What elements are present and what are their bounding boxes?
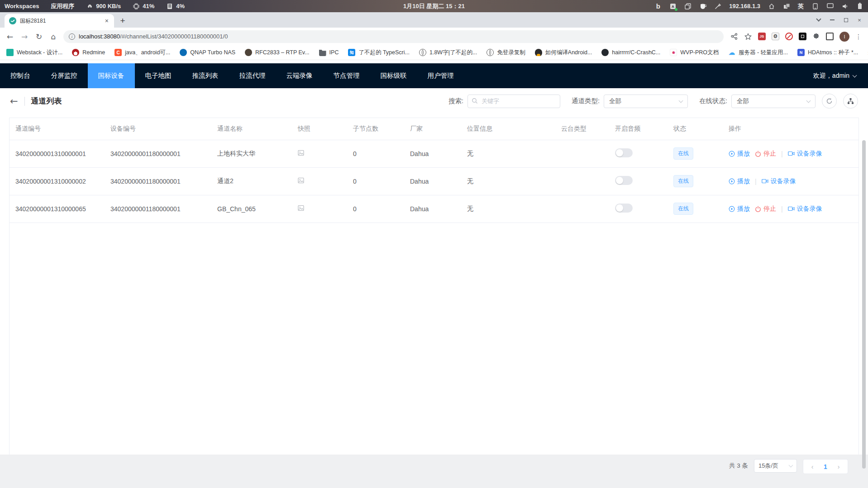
bookmark-item-4[interactable]: RFC2833 – RTP Ev...	[245, 49, 310, 56]
back-button[interactable]: ←	[10, 96, 18, 107]
bookmark-item-1[interactable]: Redmine	[72, 49, 105, 56]
table-row: 34020000001310000001 3402000000118000000…	[10, 140, 858, 167]
clipboard-icon[interactable]	[684, 3, 692, 10]
bookmark-item-6[interactable]: 知了不起的 TypeScri...	[348, 49, 410, 57]
audio-toggle[interactable]	[615, 176, 633, 185]
bookmark-item-2[interactable]: Cjava、android可...	[114, 49, 170, 57]
share-icon[interactable]	[730, 33, 738, 41]
channel-name-cell: GB_Chn_065	[211, 195, 292, 223]
coffee-icon[interactable]	[699, 3, 706, 10]
nav-item-3[interactable]: 电子地图	[135, 63, 182, 88]
extension-proxy-icon[interactable]: ʘ	[772, 33, 779, 40]
record-action-link[interactable]: 设备录像	[762, 177, 796, 185]
nav-item-8[interactable]: 国标级联	[370, 63, 417, 88]
search-icon	[472, 98, 478, 106]
extension-js-icon[interactable]: JS	[758, 33, 766, 40]
clock[interactable]: 1月10日 星期二 15：21	[403, 2, 465, 10]
display-icon[interactable]	[826, 3, 834, 10]
record-action-link[interactable]: 设备录像	[788, 205, 822, 213]
new-tab-button[interactable]: +	[117, 15, 129, 27]
tab-close-icon[interactable]: ×	[104, 17, 110, 24]
battery-icon[interactable]	[856, 3, 863, 10]
tab-title: 国标28181	[20, 17, 100, 25]
nav-item-5[interactable]: 拉流代理	[229, 63, 276, 88]
notes-app-icon[interactable]: A	[669, 3, 677, 10]
play-action-link[interactable]: 播放	[729, 177, 750, 185]
nav-item-1[interactable]: 分屏监控	[41, 63, 88, 88]
extension-blocker-icon[interactable]	[785, 33, 793, 40]
bookmark-item-3[interactable]: QNAP Turbo NAS	[180, 49, 235, 56]
table-scrollbar[interactable]	[862, 140, 866, 469]
prev-page-button[interactable]: ‹	[806, 463, 819, 470]
extension-window-icon[interactable]	[826, 33, 834, 40]
page-size-select[interactable]: 15条/页	[754, 459, 797, 473]
audio-toggle[interactable]	[615, 204, 633, 213]
bookmark-item-12[interactable]: ☁服务器 - 轻量应用...	[728, 49, 788, 57]
home-icon[interactable]	[768, 3, 775, 10]
bookmark-item-8[interactable]: 免登录复制	[486, 49, 525, 57]
volume-icon[interactable]	[841, 3, 849, 10]
nav-item-0[interactable]: 控制台	[0, 63, 41, 88]
bookmark-item-5[interactable]: IPC	[319, 49, 339, 56]
snapshot-icon[interactable]	[298, 177, 304, 184]
channel-type-select[interactable]: 全部	[604, 95, 688, 108]
tool-icon[interactable]	[714, 3, 721, 10]
browser-home-icon[interactable]: ⌂	[47, 30, 60, 43]
bookmark-item-0[interactable]: Webstack - 设计...	[6, 49, 62, 57]
bing-icon[interactable]: b	[654, 3, 662, 10]
browser-menu-icon[interactable]: ⋮	[855, 33, 862, 40]
forward-icon[interactable]: →	[18, 30, 31, 43]
snapshot-icon[interactable]	[298, 150, 304, 156]
snapshot-icon[interactable]	[298, 205, 304, 211]
stop-action-link[interactable]: 停止	[755, 150, 776, 158]
search-input[interactable]	[467, 95, 560, 108]
stop-action-link[interactable]: 停止	[755, 205, 776, 213]
bookmark-item-9[interactable]: 如何编译Android...	[535, 49, 592, 57]
vendor-cell: Dahua	[404, 140, 461, 167]
next-page-button[interactable]: ›	[832, 463, 845, 470]
online-status-select[interactable]: 全部	[731, 95, 816, 108]
record-action-link[interactable]: 设备录像	[788, 150, 822, 158]
page-header: ← 通道列表 搜索: 通道类型: 全部 在线状态: 全部	[0, 88, 868, 114]
refresh-button[interactable]	[822, 94, 837, 109]
nav-item-7[interactable]: 节点管理	[323, 63, 370, 88]
bookmark-star-icon[interactable]	[744, 33, 752, 41]
profile-avatar[interactable]: I	[839, 32, 849, 42]
input-method-indicator[interactable]: 英	[798, 2, 804, 10]
nav-item-4[interactable]: 推流列表	[182, 63, 229, 88]
close-window-button[interactable]: ×	[856, 17, 863, 23]
current-page[interactable]: 1	[819, 463, 832, 470]
play-action-link[interactable]: 播放	[729, 205, 750, 213]
cloud-download-icon	[86, 3, 93, 10]
bookmark-item-13[interactable]: NHDAtmos :: 种子 *...	[797, 49, 858, 57]
action-divider: |	[781, 150, 783, 157]
bookmark-item-11[interactable]: ❀WVP-PRO文档	[670, 49, 719, 57]
nav-item-6[interactable]: 云端录像	[276, 63, 323, 88]
site-info-icon[interactable]: i	[69, 33, 75, 40]
reload-icon[interactable]: ↻	[33, 30, 45, 43]
maximize-button[interactable]	[843, 17, 849, 23]
channel-id-cell: 34020000001310000001	[10, 140, 105, 167]
play-action-link[interactable]: 播放	[729, 150, 750, 158]
window-switcher-icon[interactable]	[783, 3, 790, 10]
address-bar[interactable]: i localhost:38080/#/channelList/34020000…	[63, 30, 724, 43]
audio-toggle[interactable]	[615, 148, 633, 157]
bookmark-item-10[interactable]: hairrrrr/C-CrashC...	[601, 49, 660, 56]
ip-address[interactable]: 192.168.1.3	[729, 3, 760, 9]
tab-search-chevron-icon[interactable]	[816, 17, 822, 23]
extension-screenshot-icon[interactable]	[799, 33, 806, 40]
browser-tab[interactable]: 国标28181 ×	[5, 14, 114, 28]
device-tree-button[interactable]	[843, 94, 858, 109]
redmine-icon	[72, 49, 79, 56]
back-icon[interactable]: ←	[4, 30, 16, 43]
extensions-puzzle-icon[interactable]	[812, 33, 820, 40]
applications-menu[interactable]: 应用程序	[51, 2, 74, 10]
nav-item-2[interactable]: 国标设备	[88, 63, 135, 88]
nav-item-9[interactable]: 用户管理	[417, 63, 464, 88]
minimize-button[interactable]	[829, 17, 835, 23]
bookmark-item-7[interactable]: 1.8W字|了不起的...	[419, 49, 477, 57]
user-menu[interactable]: 欢迎，admin	[813, 63, 868, 88]
device-id-cell: 34020000001180000001	[105, 167, 211, 195]
workspaces-button[interactable]: Workspaces	[5, 3, 39, 9]
phone-link-icon[interactable]	[811, 3, 819, 10]
